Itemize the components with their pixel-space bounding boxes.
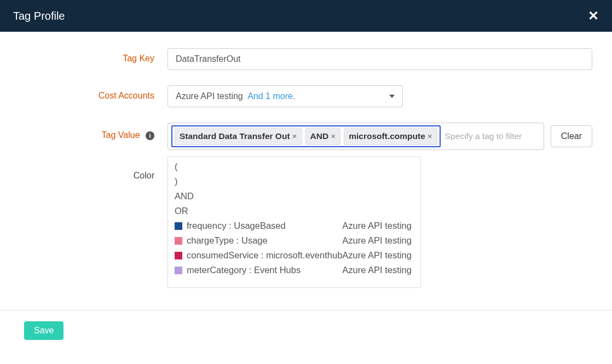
dropdown-tag-item[interactable]: meterCategory : Event Hubs Azure API tes… bbox=[168, 263, 420, 278]
dialog-footer: Save bbox=[0, 310, 612, 351]
item-source: Azure API testing bbox=[342, 265, 412, 275]
dropdown-operator[interactable]: AND bbox=[168, 189, 420, 204]
info-icon[interactable]: i bbox=[146, 131, 154, 140]
suggestions-dropdown[interactable]: ( ) AND OR frequency : UsageBased Azure … bbox=[168, 157, 421, 288]
dropdown-operator[interactable]: ) bbox=[168, 174, 420, 189]
row-tag-key: Tag Key bbox=[20, 48, 592, 70]
chevron-down-icon bbox=[389, 95, 395, 98]
dialog-header: Tag Profile ✕ bbox=[0, 0, 612, 32]
label-cost-accounts: Cost Accounts bbox=[20, 85, 168, 101]
tag-chips-highlight: Standard Data Transfer Out × AND × micro… bbox=[171, 125, 441, 147]
dropdown-tag-item[interactable]: consumedService : microsoft.eventhub Azu… bbox=[168, 248, 420, 263]
item-source: Azure API testing bbox=[342, 250, 412, 261]
dropdown-operator[interactable]: OR bbox=[168, 204, 420, 218]
cost-accounts-more: And 1 more. bbox=[247, 91, 295, 101]
tag-chip: microsoft.compute × bbox=[344, 128, 437, 145]
dialog-title: Tag Profile bbox=[13, 10, 65, 22]
cost-accounts-select[interactable]: Azure API testing And 1 more. bbox=[168, 85, 403, 107]
chip-remove-icon[interactable]: × bbox=[331, 131, 336, 141]
row-tag-value: Tag Value i Standard Data Transfer Out ×… bbox=[20, 123, 592, 150]
dropdown-operator[interactable]: ( bbox=[168, 159, 420, 174]
item-source: Azure API testing bbox=[342, 221, 412, 231]
dropdown-tag-item[interactable]: chargeType : Usage Azure API testing bbox=[168, 233, 420, 248]
label-tag-key: Tag Key bbox=[20, 48, 168, 63]
color-swatch-icon bbox=[175, 222, 182, 230]
tag-chip: Standard Data Transfer Out × bbox=[175, 128, 302, 145]
label-color: Color bbox=[20, 165, 168, 181]
color-swatch-icon bbox=[175, 237, 182, 245]
row-cost-accounts: Cost Accounts Azure API testing And 1 mo… bbox=[20, 85, 592, 107]
item-source: Azure API testing bbox=[342, 235, 412, 246]
tag-value-placeholder: Specify a tag to filter bbox=[443, 131, 522, 141]
tag-key-input[interactable] bbox=[168, 48, 592, 70]
tag-value-input[interactable]: Standard Data Transfer Out × AND × micro… bbox=[168, 123, 544, 150]
color-swatch-icon bbox=[175, 252, 182, 259]
chip-remove-icon[interactable]: × bbox=[428, 131, 432, 141]
clear-button[interactable]: Clear bbox=[551, 125, 592, 147]
save-button[interactable]: Save bbox=[24, 321, 63, 340]
dialog-content: Tag Key Cost Accounts Azure API testing … bbox=[0, 32, 612, 288]
label-tag-value: Tag Value i bbox=[20, 123, 168, 140]
dropdown-tag-item[interactable]: frequency : UsageBased Azure API testing bbox=[168, 218, 420, 233]
chip-remove-icon[interactable]: × bbox=[292, 131, 297, 141]
tag-chip: AND × bbox=[305, 128, 341, 145]
cost-accounts-selected: Azure API testing bbox=[176, 91, 243, 101]
close-icon[interactable]: ✕ bbox=[588, 9, 599, 22]
row-color: Color ( ) AND OR frequency : Us bbox=[20, 165, 592, 288]
color-swatch-icon bbox=[175, 267, 182, 274]
